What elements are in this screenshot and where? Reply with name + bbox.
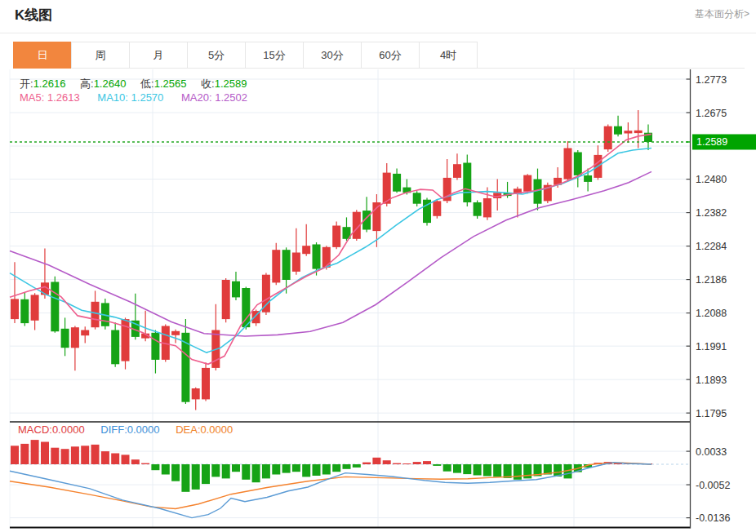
candle-body: [71, 327, 79, 348]
macd-bar: [71, 446, 79, 464]
macd-bar: [463, 464, 471, 474]
macd-bar: [433, 464, 441, 466]
candle-body: [302, 246, 310, 254]
candle-body: [474, 202, 482, 216]
macd-bar: [20, 444, 29, 464]
macd-bar: [474, 464, 482, 476]
macd-bar: [313, 464, 321, 476]
macd-bar: [332, 464, 340, 472]
candle-body: [171, 331, 180, 335]
candle-body: [564, 149, 572, 180]
close-label: 收:: [201, 78, 215, 90]
candle-body: [282, 250, 291, 280]
price-tick-label: 1.2186: [696, 274, 727, 286]
ma5-label: MA5:: [20, 91, 44, 104]
macd-bar: [362, 463, 371, 464]
ma-lines: [10, 134, 651, 364]
macd-bar: [122, 454, 130, 464]
candle-body: [91, 302, 100, 327]
candle-body: [372, 202, 380, 231]
candle-body: [31, 295, 39, 320]
candle-body: [222, 280, 230, 319]
macd-bar: [523, 464, 531, 478]
candle-body: [393, 174, 401, 192]
macd-bar: [51, 448, 59, 464]
candle-body: [614, 126, 622, 135]
current-price-label: 1.2589: [696, 136, 727, 148]
macd-bar: [41, 442, 49, 465]
high-value: 1.2640: [94, 78, 127, 90]
price-tick-label: 1.2773: [696, 74, 727, 86]
macd-bar: [61, 449, 69, 464]
candle-body: [272, 250, 280, 282]
macd-bar: [292, 464, 300, 472]
macd-bar: [453, 464, 461, 473]
price-tick-label: 1.2088: [696, 308, 727, 319]
macd-bar: [162, 464, 170, 475]
diff-value: 0.0000: [127, 423, 160, 436]
dea-label: DEA:: [176, 423, 200, 436]
macd-bar: [282, 464, 291, 473]
candle-body: [111, 330, 119, 365]
price-tick-label: 1.1991: [696, 341, 727, 352]
macd-bar: [493, 464, 501, 477]
macd-bar: [322, 464, 331, 475]
macd-bar: [211, 464, 220, 477]
macd-bar: [192, 464, 200, 490]
price-tick-label: 1.1795: [696, 408, 727, 419]
macd-bar: [514, 464, 522, 480]
macd-bar: [423, 461, 431, 464]
dea-value: 0.0000: [201, 423, 233, 436]
price-tick-label: 1.1893: [696, 375, 727, 386]
ohlc-legend: 开:1.2616 高:1.2640 低:1.2565 收:1.2589: [20, 77, 258, 91]
macd-bar: [413, 462, 421, 464]
candle-body: [332, 226, 340, 247]
ma5-line: [10, 134, 651, 364]
macd-bar: [131, 459, 140, 464]
macd-bar: [11, 446, 19, 464]
candle-body: [11, 299, 19, 319]
low-label: 低:: [140, 78, 154, 90]
macd-bar: [81, 446, 89, 464]
candle-body: [313, 245, 321, 269]
macd-bar: [504, 464, 512, 478]
open-label: 开:: [20, 78, 33, 90]
macd-bar: [242, 464, 250, 480]
price-tick-label: 1.2284: [696, 241, 727, 252]
macd-bar: [393, 463, 401, 464]
candle-body: [574, 153, 582, 175]
macd-bar: [372, 458, 380, 464]
macd-bar: [353, 464, 361, 468]
macd-bar: [202, 464, 210, 484]
candle-body: [81, 330, 89, 336]
price-tick-label: 1.2480: [696, 174, 727, 185]
candle-body: [192, 388, 200, 399]
macd-tick-label: -0.0052: [696, 480, 730, 491]
macd-bar: [252, 464, 260, 482]
price-tick-label: 1.2382: [696, 207, 727, 219]
candle-body: [453, 164, 461, 178]
macd-bar: [141, 463, 149, 464]
diff-label: DIFF:: [100, 423, 127, 436]
candle-body: [463, 163, 471, 203]
macd-label: MACD:: [18, 423, 52, 436]
macd-bar: [111, 454, 119, 465]
macd-tick-label: -0.0136: [696, 512, 730, 524]
candlestick-pane: [11, 110, 652, 410]
macd-bar: [483, 464, 491, 477]
candle-body: [322, 247, 331, 268]
macd-bar: [181, 464, 189, 492]
macd-bar: [151, 464, 159, 470]
candle-body: [262, 275, 270, 313]
price-tick-label: 1.2675: [696, 108, 727, 119]
macd-tick-label: 0.0033: [696, 446, 727, 458]
ma10-value: 1.2570: [131, 91, 164, 104]
candle-body: [433, 201, 441, 215]
candle-body: [232, 282, 240, 298]
low-value: 1.2565: [154, 78, 187, 90]
macd-bar: [343, 464, 351, 469]
macd-bar: [302, 464, 310, 477]
ma10-label: MA10:: [97, 91, 128, 104]
ma20-label: MA20:: [181, 91, 212, 104]
candle-body: [624, 131, 632, 133]
